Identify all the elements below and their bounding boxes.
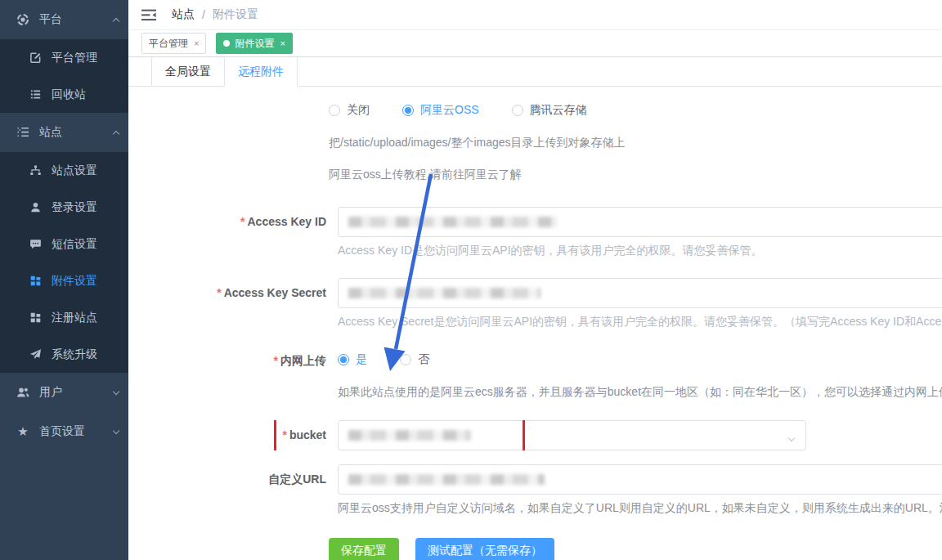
- radio-label: 是: [356, 352, 367, 367]
- custom-url-row: 自定义URL 阿里云oss支持用户自定义访问域名，如果自定义了URL则用自定义的…: [128, 464, 942, 516]
- radio-close[interactable]: 关闭: [329, 103, 370, 118]
- tags-view: 平台管理 × 附件设置 ×: [128, 30, 942, 57]
- close-icon[interactable]: ×: [280, 39, 285, 48]
- radio-label: 腾讯云存储: [530, 103, 587, 118]
- sidebar-item-platform-manage[interactable]: 平台管理: [0, 39, 128, 76]
- sidebar-item-attachment-settings[interactable]: 附件设置: [0, 262, 128, 299]
- radio-aliyun-oss[interactable]: 阿里云OSS: [402, 103, 479, 118]
- tag-label: 平台管理: [149, 37, 188, 51]
- tag-platform-manage[interactable]: 平台管理 ×: [141, 33, 206, 54]
- access-key-id-row: *Access Key ID Access Key ID是您访问阿里云API的密…: [128, 207, 942, 258]
- form-actions: 保存配置 测试配置（无需保存）: [128, 538, 942, 560]
- access-key-id-input[interactable]: [338, 207, 942, 237]
- intranet-upload-row: *内网上传 是 否 如果此站点使用的是阿里云ecs服务器，并且服务器与bucke…: [128, 352, 942, 400]
- sidebar-item-label: 用户: [39, 385, 114, 400]
- sidebar-item-label: 系统升级: [52, 347, 119, 362]
- sidebar-submenu-site: 站点设置 登录设置 短信设置 附件设置: [0, 152, 128, 373]
- breadcrumb: 站点 / 附件设置: [172, 7, 258, 22]
- message-icon: [29, 238, 42, 251]
- redacted-value: [348, 217, 557, 227]
- sidebar-item-label: 注册站点: [52, 311, 119, 325]
- breadcrumb-section[interactable]: 站点: [172, 7, 195, 22]
- upload-description: 把/static/upload/images/整个images目录上传到对象存储…: [128, 136, 942, 150]
- sidebar-group-users[interactable]: 用户: [0, 373, 128, 412]
- sidebar-submenu-platform: 平台管理 回收站: [0, 39, 128, 113]
- active-dot-icon: [223, 40, 230, 47]
- intranet-upload-help: 如果此站点使用的是阿里云ecs服务器，并且服务器与bucket在同一地区（如：同…: [338, 385, 942, 400]
- chevron-down-icon: [789, 432, 794, 446]
- breadcrumb-separator: /: [202, 8, 205, 21]
- intranet-upload-radio-group: 是 否: [338, 352, 942, 367]
- required-mark: *: [282, 428, 286, 441]
- access-key-secret-label: *Access Key Secret: [128, 278, 326, 308]
- tab-global-settings[interactable]: 全局设置: [151, 57, 224, 87]
- redacted-value: [348, 288, 541, 298]
- sidebar-item-register-site[interactable]: 注册站点: [0, 299, 128, 336]
- radio-checked-icon: [338, 354, 349, 365]
- radio-checked-icon: [402, 105, 414, 116]
- sidebar-item-system-upgrade[interactable]: 系统升级: [0, 336, 128, 373]
- sidebar-group-site[interactable]: 站点: [0, 113, 128, 152]
- tag-label: 附件设置: [235, 37, 274, 51]
- sidebar-item-site-settings[interactable]: 站点设置: [0, 152, 128, 189]
- save-config-button[interactable]: 保存配置: [329, 538, 399, 560]
- user-icon: [29, 201, 42, 214]
- custom-url-input[interactable]: [338, 464, 942, 495]
- access-key-secret-help: Access Key Secret是您访问阿里云API的密钥，具有该用户完全的权…: [338, 315, 942, 329]
- sidebar-group-platform[interactable]: 平台: [0, 0, 128, 39]
- sidebar-item-label: 回收站: [52, 87, 119, 102]
- grid-icon: [29, 275, 42, 288]
- bucket-select[interactable]: [338, 420, 806, 450]
- sidebar-item-label: 平台: [39, 12, 114, 27]
- redacted-value: [348, 430, 471, 441]
- chevron-down-icon: [113, 388, 119, 394]
- radio-tencent-cos[interactable]: 腾讯云存储: [512, 103, 587, 118]
- chevron-up-icon: [113, 18, 119, 25]
- test-config-button[interactable]: 测试配置（无需保存）: [415, 538, 554, 560]
- chevron-up-icon: [113, 131, 119, 137]
- app-root: 平台 平台管理 回收站 站点: [0, 0, 942, 560]
- hamburger-icon[interactable]: [141, 9, 158, 21]
- access-key-secret-input[interactable]: [338, 278, 942, 308]
- bucket-row: *bucket: [128, 420, 942, 450]
- radio-label: 否: [418, 352, 429, 367]
- edit-icon: [29, 52, 42, 65]
- custom-url-help: 阿里云oss支持用户自定义访问域名，如果自定义了URL则用自定义的URL，如果未…: [338, 501, 942, 516]
- radio-yes[interactable]: 是: [338, 352, 367, 367]
- users-icon: [16, 386, 29, 399]
- tab-remote-attachment[interactable]: 远程附件: [224, 57, 298, 87]
- send-icon: [29, 348, 42, 361]
- radio-icon: [329, 105, 340, 116]
- main-area: 站点 / 附件设置 平台管理 × 附件设置 × 全局设置 远程附件: [128, 0, 942, 560]
- chevron-down-icon: [113, 427, 119, 433]
- remote-attachment-form: 关闭 阿里云OSS 腾讯云存储 把/static/upload/images/整…: [128, 87, 942, 560]
- sidebar-item-label: 站点: [39, 125, 114, 140]
- sidebar-group-homepage-settings[interactable]: ★ 首页设置: [0, 412, 128, 451]
- sidebar-item-sms-settings[interactable]: 短信设置: [0, 226, 128, 262]
- close-icon[interactable]: ×: [194, 39, 199, 48]
- sitemap-icon: [29, 164, 42, 177]
- sidebar-item-label: 短信设置: [52, 237, 119, 252]
- radio-label: 阿里云OSS: [420, 103, 479, 118]
- sidebar: 平台 平台管理 回收站 站点: [0, 0, 128, 560]
- tutorial-hint: 阿里云oss上传教程,请前往阿里云了解: [128, 168, 942, 182]
- access-key-secret-row: *Access Key Secret Access Key Secret是您访问…: [128, 278, 942, 329]
- redacted-value: [348, 474, 545, 485]
- radio-no[interactable]: 否: [400, 352, 429, 367]
- tabs-header: 全局设置 远程附件: [128, 57, 942, 87]
- sidebar-item-login-settings[interactable]: 登录设置: [0, 189, 128, 226]
- star-icon: ★: [16, 425, 29, 438]
- access-key-id-help: Access Key ID是您访问阿里云API的密钥，具有该用户完全的权限。请您…: [338, 244, 942, 258]
- required-mark: *: [240, 215, 244, 228]
- breadcrumb-current: 附件设置: [213, 7, 258, 22]
- radio-icon: [400, 354, 411, 365]
- sidebar-item-label: 平台管理: [52, 51, 119, 65]
- intranet-upload-label: *内网上传: [128, 352, 326, 368]
- bucket-label: *bucket: [128, 420, 326, 450]
- radio-label: 关闭: [347, 103, 370, 118]
- tag-attachment-settings[interactable]: 附件设置 ×: [216, 33, 292, 54]
- sidebar-item-recycle-bin[interactable]: 回收站: [0, 76, 128, 113]
- sidebar-item-label: 站点设置: [52, 164, 119, 178]
- navbar: 站点 / 附件设置: [128, 0, 942, 30]
- custom-url-label: 自定义URL: [128, 464, 326, 495]
